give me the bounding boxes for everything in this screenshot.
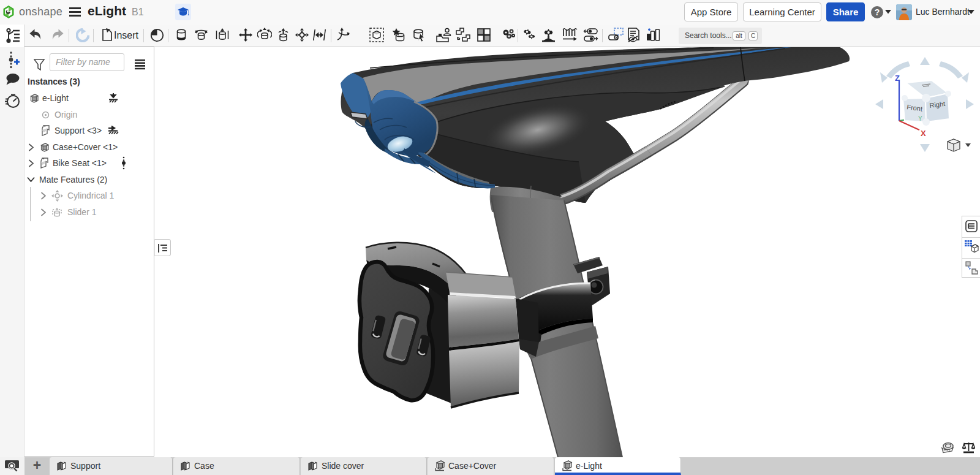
svg-text:X: X [921, 129, 926, 138]
svg-text:Z: Z [895, 74, 900, 83]
svg-text:Y: Y [918, 115, 922, 122]
